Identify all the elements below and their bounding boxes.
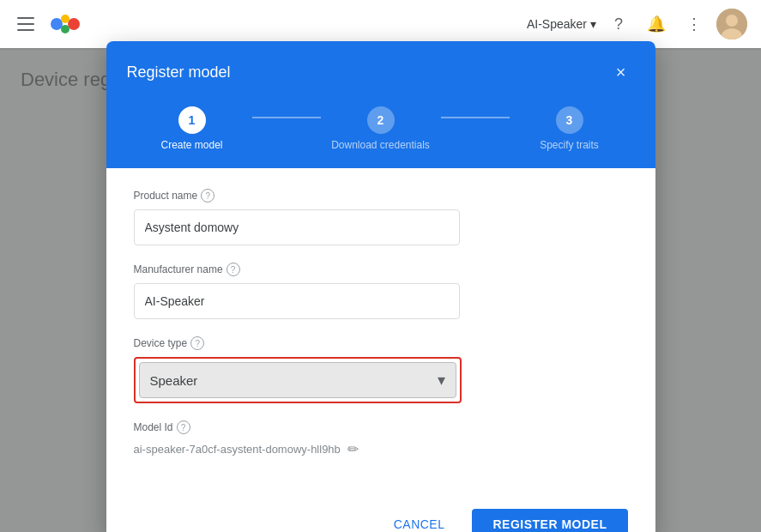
more-options-button[interactable]: ⋮ (679, 9, 710, 39)
device-type-help-icon[interactable]: ? (190, 336, 204, 350)
dialog-title: Register model (127, 63, 231, 82)
svg-point-5 (51, 19, 62, 29)
modal-overlay: Register model × 1 Create model (0, 48, 761, 532)
step-2-label: Download credentials (331, 139, 430, 151)
step-1-circle: 1 (178, 106, 206, 134)
model-id-help-icon[interactable]: ? (177, 420, 190, 434)
help-button[interactable]: ? (603, 9, 634, 39)
hamburger-menu-icon[interactable] (14, 14, 38, 34)
step-1-label: Create model (160, 139, 222, 151)
cancel-button[interactable]: Cancel (380, 511, 459, 532)
step-connector-2-3 (441, 117, 510, 118)
device-type-highlight-border: Speaker ▾ (134, 357, 462, 403)
more-icon: ⋮ (686, 15, 702, 33)
project-name[interactable]: AI-Speaker ▾ (527, 17, 596, 31)
manufacturer-name-group: Manufacturer name ? (134, 263, 628, 319)
step-connector-1-2 (252, 117, 321, 118)
product-name-label: Product name ? (134, 189, 628, 203)
help-icon: ? (614, 15, 623, 33)
device-type-group: Device type ? Speaker ▾ (134, 336, 628, 403)
main-content: Device regist Register model × 1 Create … (0, 48, 761, 532)
google-logo (48, 12, 82, 36)
step-3-circle: 3 (556, 106, 583, 134)
step-2: 2 Download credentials (321, 106, 441, 151)
register-model-button[interactable]: REGISTER MODEL (472, 509, 627, 532)
model-id-label: Model Id ? (134, 420, 628, 434)
product-name-group: Product name ? (134, 189, 628, 245)
step-2-circle: 2 (367, 106, 395, 134)
google-home-logo (48, 12, 82, 36)
close-button[interactable]: × (607, 58, 635, 86)
manufacturer-name-input[interactable] (134, 283, 460, 319)
avatar[interactable] (716, 9, 747, 39)
dialog-body: Product name ? Manufacturer name ? (106, 168, 655, 495)
svg-point-8 (726, 15, 738, 27)
svg-point-3 (61, 15, 69, 23)
product-name-help-icon[interactable]: ? (201, 189, 214, 203)
device-type-select[interactable]: Speaker ▾ (139, 362, 456, 398)
manufacturer-help-icon[interactable]: ? (226, 263, 240, 276)
chevron-down-icon: ▾ (438, 371, 445, 390)
device-type-select-container: Speaker ▾ (139, 362, 456, 398)
svg-point-4 (61, 25, 69, 33)
register-model-dialog: Register model × 1 Create model (106, 41, 655, 532)
notifications-button[interactable]: 🔔 (641, 9, 672, 39)
nav-left (14, 12, 82, 36)
edit-icon[interactable]: ✏ (347, 441, 359, 457)
svg-point-6 (69, 19, 79, 29)
steps-container: 1 Create model 2 Download credentials (127, 103, 635, 168)
step-3-label: Specify traits (540, 139, 599, 151)
device-type-label: Device type ? (134, 336, 628, 350)
nav-right: AI-Speaker ▾ ? 🔔 ⋮ (527, 9, 747, 39)
product-name-input[interactable] (134, 209, 460, 245)
bell-icon: 🔔 (647, 15, 666, 33)
manufacturer-label: Manufacturer name ? (134, 263, 628, 276)
user-avatar (716, 9, 747, 39)
model-id-value: ai-speaker-7a0cf-asystent-domowy-hll9hb … (134, 441, 628, 457)
step-3: 3 Specify traits (510, 106, 630, 151)
model-id-group: Model Id ? ai-speaker-7a0cf-asystent-dom… (134, 420, 628, 457)
dialog-header: Register model × 1 Create model (106, 41, 655, 168)
step-1: 1 Create model (132, 106, 252, 151)
dialog-title-row: Register model × (127, 58, 635, 86)
dialog-footer: Cancel REGISTER MODEL (106, 495, 655, 532)
